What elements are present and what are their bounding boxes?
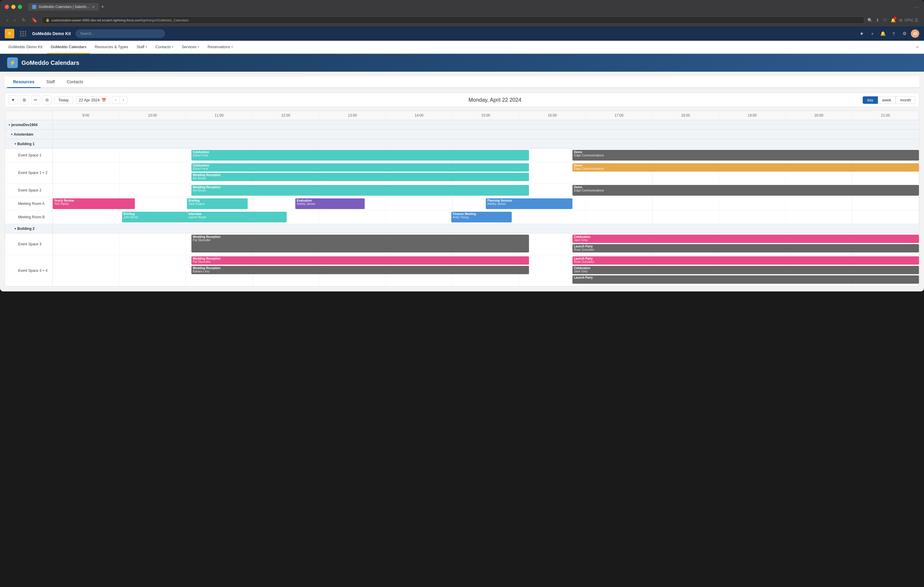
group-amsterdam[interactable]: ▾ Amsterdam [5,130,919,139]
columns-button[interactable]: ⊞ [20,95,29,104]
reload-button[interactable]: ↻ [20,16,27,24]
resource-label-event-space-1-2: Event Space 1 + 2 [5,162,53,184]
back-button[interactable]: ‹ [5,16,10,24]
tab-contacts[interactable]: Contacts [61,76,89,88]
event-briefing-jack[interactable]: Briefing Jack Rogers [187,198,248,209]
filter-button[interactable]: ▼ [8,95,18,104]
forward-button[interactable]: › [12,16,17,24]
alert-icon[interactable]: 🔔1 [890,17,896,23]
maximize-button[interactable] [18,5,22,9]
time-21: 21:00 [852,111,919,120]
nav-item-services[interactable]: Services ▾ [178,41,203,54]
event-yearly-review[interactable]: Yearly Review Tom Ripley [53,198,135,209]
minimize-button[interactable] [11,5,15,9]
search-icon[interactable]: 🔍 [867,17,873,23]
star-icon[interactable]: ★ [857,30,866,38]
vpn-icon[interactable]: VPN [906,17,911,23]
event-wedding-avi-2[interactable]: Wedding Reception Avi Green [191,173,529,181]
event-planning-session[interactable]: Planning Session Ashley James [486,198,573,209]
event-launch-rose[interactable]: Launch Party Rose Gonzalez [573,244,919,252]
month-view-button[interactable]: month [896,96,916,104]
today-button[interactable]: Today [54,96,73,104]
nav-item-staff[interactable]: Staff ▾ [133,41,151,54]
grid-icon [20,31,26,36]
timeline-event-space-3: Wedding Reception Pat Stumuller Celebrat… [53,233,919,255]
sf-search-bar[interactable] [76,30,165,38]
address-bar[interactable]: 🔒 customization-power-9362-dev-ed.scratc… [42,16,865,24]
nav-edit-button[interactable]: ✏ [916,45,919,49]
tab-close-button[interactable]: ✕ [92,5,95,9]
browser-tab-active[interactable]: GoMeddo Calendars | Salesfo... ✕ [28,3,99,11]
help-icon[interactable]: ? [889,30,898,38]
resource-label-event-space-3: Event Space 3 [5,233,53,255]
day-view-button[interactable]: day [863,96,878,104]
group-building1[interactable]: ▾ Building 1 [5,139,919,149]
event-title: Demo [574,150,917,154]
more-button[interactable]: ⧉ [43,95,51,104]
nav-item-reservations[interactable]: Reservations ▾ [204,41,236,54]
event-celebration-edna-2[interactable]: Celebration Edna Frank [191,163,529,172]
tab-staff[interactable]: Staff [41,76,61,88]
event-finance-meeting[interactable]: Finance Meeting Andy Young [451,212,512,222]
event-celebration-jane[interactable]: Celebration Jane Grey [573,235,919,243]
event-wedding-pat-2[interactable]: Wedding Reception Pat Stumuller [191,257,529,265]
time-11: 11:00 [186,111,253,120]
group-jeromedev[interactable]: ▾ jeromeDev1904 [5,120,919,130]
bookmark-button[interactable]: 🔖 [30,16,39,24]
event-launch-rose-2[interactable]: Launch Party Rose Gonzalez [573,257,919,265]
event-wedding-avi[interactable]: Wedding Reception Avi Green [191,185,529,196]
window-controls[interactable]: ⋯ [914,3,919,10]
time-16: 16:00 [519,111,586,120]
event-launch-party-3[interactable]: Launch Party [573,275,919,284]
event-title: Evaluation [297,199,363,202]
event-subtitle: Ashley James [487,202,571,206]
event-demo-edge-2[interactable]: Demo Edge Communications [573,185,919,196]
shield-icon[interactable]: 🛡 [882,17,888,23]
tab-resources[interactable]: Resources [7,76,41,88]
event-evaluation-ashley[interactable]: Evaluation Ashley James [295,198,365,209]
chevron-down-icon-amsterdam: ▾ [11,133,13,136]
event-demo-edge1[interactable]: Demo Edge Communications [573,150,919,161]
nav-item-gomeddo-calendars[interactable]: GoMeddo Calendars [47,41,90,54]
sf-search-input[interactable] [76,30,165,38]
nav-item-gomeddo-demo-kit[interactable]: GoMeddo Demo Kit [5,41,46,54]
bell-icon[interactable]: 🔔 [879,30,887,38]
sf-grid-nav[interactable] [19,30,27,38]
group-building2[interactable]: ▾ Building 2 [5,224,919,233]
prev-button[interactable]: ‹ [112,96,120,104]
event-subtitle: Edna Frank [193,167,528,170]
event-wedding-babara[interactable]: Wedding Reception Babara Levy [191,266,529,274]
sf-app-logo: ≡ [5,29,14,38]
plus-icon[interactable]: ＋ [868,30,876,38]
page-icon: ⚡ [7,58,18,68]
edit-button[interactable]: ✏ [31,95,40,104]
event-wedding-pat[interactable]: Wedding Reception Pat Stumuller [191,235,529,252]
week-view-button[interactable]: week [878,96,896,104]
calendar-tabs: Resources Staff Contacts [5,76,919,88]
date-picker[interactable]: 22 Apr 2024 📅 [76,96,109,104]
time-20: 20:00 [785,111,852,120]
extension-icon[interactable]: ⚙ [898,17,904,23]
menu-icon[interactable]: ☰ [913,17,919,23]
event-briefing-bond[interactable]: Briefing John Bond [122,212,187,222]
nav-item-resources-types[interactable]: Resources & Types [91,41,132,54]
nav-item-contacts[interactable]: Contacts ▾ [152,41,177,54]
event-subtitle: Lauren Boyle [188,215,285,219]
event-interview-lauren[interactable]: Interview Lauren Boyle [187,212,287,222]
next-button[interactable]: › [120,96,127,104]
user-avatar[interactable]: JD [911,30,919,38]
event-subtitle: Rose Gonzalez [574,248,917,251]
event-subtitle: Edge Communications [574,167,917,170]
event-title: Launch Party [574,257,917,260]
event-demo-orange[interactable]: Demo Edge Communications [573,163,919,172]
new-tab-button[interactable]: + [101,4,104,10]
event-celebration-edna[interactable]: Celebration Edna Frank [191,150,529,161]
close-button[interactable] [5,5,9,9]
share-icon[interactable]: ⬆ [874,17,881,23]
event-celebration-jane-2[interactable]: Celebration Jane Grey [573,266,919,274]
calendar-icon[interactable]: 📅 [102,98,106,102]
settings-icon[interactable]: ⚙ [900,30,909,38]
group-label-building1: ▾ Building 1 [5,140,53,148]
event-title: Launch Party [574,245,917,248]
group-name-jeromedev: jeromeDev1904 [11,123,38,127]
